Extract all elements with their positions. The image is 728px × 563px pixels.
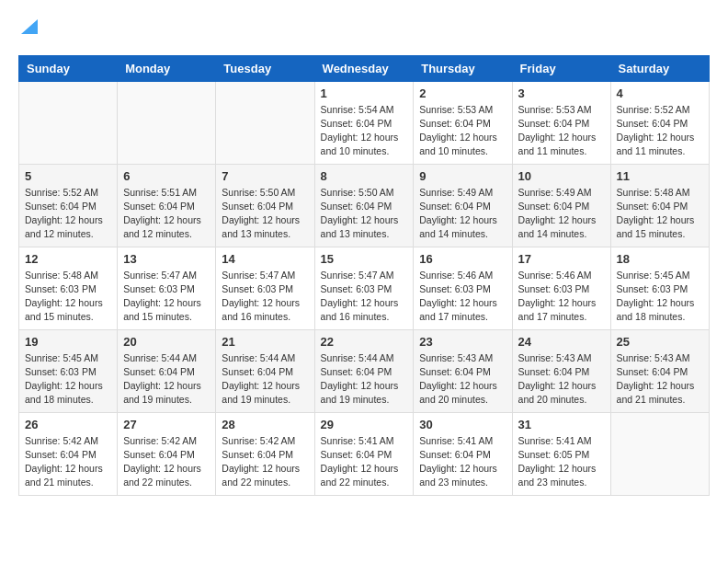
calendar-cell: 28Sunrise: 5:42 AM Sunset: 6:04 PM Dayli… <box>216 412 314 495</box>
day-number: 22 <box>321 335 408 349</box>
day-info: Sunrise: 5:47 AM Sunset: 6:03 PM Dayligh… <box>222 269 308 325</box>
day-info: Sunrise: 5:45 AM Sunset: 6:03 PM Dayligh… <box>25 351 111 408</box>
calendar-cell <box>610 412 709 495</box>
page-header <box>18 18 710 40</box>
calendar-cell: 16Sunrise: 5:46 AM Sunset: 6:03 PM Dayli… <box>414 247 512 329</box>
day-info: Sunrise: 5:52 AM Sunset: 6:04 PM Dayligh… <box>25 186 111 242</box>
day-number: 31 <box>518 418 605 431</box>
day-info: Sunrise: 5:46 AM Sunset: 6:03 PM Dayligh… <box>518 269 605 325</box>
week-row-1: 1Sunrise: 5:54 AM Sunset: 6:04 PM Daylig… <box>19 81 710 164</box>
day-number: 2 <box>419 86 506 100</box>
day-number: 9 <box>419 169 506 183</box>
day-info: Sunrise: 5:44 AM Sunset: 6:04 PM Dayligh… <box>123 351 210 408</box>
day-info: Sunrise: 5:43 AM Sunset: 6:04 PM Dayligh… <box>617 351 703 408</box>
day-info: Sunrise: 5:53 AM Sunset: 6:04 PM Dayligh… <box>419 103 506 159</box>
calendar-cell <box>216 81 314 164</box>
calendar-cell: 17Sunrise: 5:46 AM Sunset: 6:03 PM Dayli… <box>512 247 610 329</box>
day-info: Sunrise: 5:49 AM Sunset: 6:04 PM Dayligh… <box>419 186 506 242</box>
calendar-cell: 11Sunrise: 5:48 AM Sunset: 6:04 PM Dayli… <box>610 164 709 247</box>
calendar-cell: 31Sunrise: 5:41 AM Sunset: 6:05 PM Dayli… <box>512 412 610 495</box>
weekday-header-friday: Friday <box>512 55 610 81</box>
day-info: Sunrise: 5:52 AM Sunset: 6:04 PM Dayligh… <box>617 103 703 159</box>
calendar-cell: 20Sunrise: 5:44 AM Sunset: 6:04 PM Dayli… <box>118 329 216 412</box>
calendar-cell: 2Sunrise: 5:53 AM Sunset: 6:04 PM Daylig… <box>414 81 512 164</box>
calendar-cell: 5Sunrise: 5:52 AM Sunset: 6:04 PM Daylig… <box>19 164 118 247</box>
day-number: 11 <box>617 169 703 183</box>
day-number: 15 <box>321 252 408 266</box>
day-number: 19 <box>25 335 111 349</box>
day-info: Sunrise: 5:51 AM Sunset: 6:04 PM Dayligh… <box>123 186 210 242</box>
day-number: 10 <box>518 169 605 183</box>
calendar-cell: 25Sunrise: 5:43 AM Sunset: 6:04 PM Dayli… <box>610 329 709 412</box>
day-number: 28 <box>222 418 308 431</box>
day-number: 20 <box>123 335 210 349</box>
day-info: Sunrise: 5:41 AM Sunset: 6:04 PM Dayligh… <box>419 434 506 490</box>
day-number: 13 <box>123 252 210 266</box>
weekday-header-sunday: Sunday <box>19 55 118 81</box>
calendar-cell: 19Sunrise: 5:45 AM Sunset: 6:03 PM Dayli… <box>19 329 118 412</box>
calendar-cell: 15Sunrise: 5:47 AM Sunset: 6:03 PM Dayli… <box>314 247 414 329</box>
day-number: 8 <box>321 169 408 183</box>
day-number: 26 <box>25 418 111 431</box>
day-number: 24 <box>518 335 605 349</box>
calendar-cell: 1Sunrise: 5:54 AM Sunset: 6:04 PM Daylig… <box>314 81 414 164</box>
day-info: Sunrise: 5:50 AM Sunset: 6:04 PM Dayligh… <box>321 186 408 242</box>
calendar-cell: 14Sunrise: 5:47 AM Sunset: 6:03 PM Dayli… <box>216 247 314 329</box>
day-info: Sunrise: 5:44 AM Sunset: 6:04 PM Dayligh… <box>222 351 308 408</box>
calendar-cell: 23Sunrise: 5:43 AM Sunset: 6:04 PM Dayli… <box>414 329 512 412</box>
day-number: 16 <box>419 252 506 266</box>
day-number: 4 <box>617 86 703 100</box>
calendar-cell: 10Sunrise: 5:49 AM Sunset: 6:04 PM Dayli… <box>512 164 610 247</box>
day-info: Sunrise: 5:53 AM Sunset: 6:04 PM Dayligh… <box>518 103 605 159</box>
day-info: Sunrise: 5:54 AM Sunset: 6:04 PM Dayligh… <box>321 103 408 159</box>
calendar-cell: 7Sunrise: 5:50 AM Sunset: 6:04 PM Daylig… <box>216 164 314 247</box>
calendar-cell: 22Sunrise: 5:44 AM Sunset: 6:04 PM Dayli… <box>314 329 414 412</box>
day-info: Sunrise: 5:41 AM Sunset: 6:04 PM Dayligh… <box>321 434 408 490</box>
day-info: Sunrise: 5:44 AM Sunset: 6:04 PM Dayligh… <box>321 351 408 408</box>
calendar-cell: 9Sunrise: 5:49 AM Sunset: 6:04 PM Daylig… <box>414 164 512 247</box>
calendar-cell: 30Sunrise: 5:41 AM Sunset: 6:04 PM Dayli… <box>414 412 512 495</box>
day-info: Sunrise: 5:45 AM Sunset: 6:03 PM Dayligh… <box>617 269 703 325</box>
calendar-table: SundayMondayTuesdayWednesdayThursdayFrid… <box>18 55 710 496</box>
calendar-cell: 3Sunrise: 5:53 AM Sunset: 6:04 PM Daylig… <box>512 81 610 164</box>
weekday-header-thursday: Thursday <box>414 55 512 81</box>
weekday-header-wednesday: Wednesday <box>314 55 414 81</box>
day-number: 23 <box>419 335 506 349</box>
day-number: 17 <box>518 252 605 266</box>
day-info: Sunrise: 5:50 AM Sunset: 6:04 PM Dayligh… <box>222 186 308 242</box>
day-info: Sunrise: 5:43 AM Sunset: 6:04 PM Dayligh… <box>518 351 605 408</box>
day-info: Sunrise: 5:41 AM Sunset: 6:05 PM Dayligh… <box>518 434 605 490</box>
day-info: Sunrise: 5:49 AM Sunset: 6:04 PM Dayligh… <box>518 186 605 242</box>
day-info: Sunrise: 5:42 AM Sunset: 6:04 PM Dayligh… <box>25 434 111 490</box>
day-number: 5 <box>25 169 111 183</box>
weekday-header-saturday: Saturday <box>610 55 709 81</box>
day-number: 30 <box>419 418 506 431</box>
weekday-header-tuesday: Tuesday <box>216 55 314 81</box>
day-number: 7 <box>222 169 308 183</box>
day-info: Sunrise: 5:47 AM Sunset: 6:03 PM Dayligh… <box>321 269 408 325</box>
week-row-4: 19Sunrise: 5:45 AM Sunset: 6:03 PM Dayli… <box>19 329 710 412</box>
calendar-cell: 13Sunrise: 5:47 AM Sunset: 6:03 PM Dayli… <box>118 247 216 329</box>
calendar-cell <box>19 81 118 164</box>
week-row-5: 26Sunrise: 5:42 AM Sunset: 6:04 PM Dayli… <box>19 412 710 495</box>
calendar-cell: 26Sunrise: 5:42 AM Sunset: 6:04 PM Dayli… <box>19 412 118 495</box>
calendar-cell: 24Sunrise: 5:43 AM Sunset: 6:04 PM Dayli… <box>512 329 610 412</box>
day-info: Sunrise: 5:46 AM Sunset: 6:03 PM Dayligh… <box>419 269 506 325</box>
weekday-header-monday: Monday <box>118 55 216 81</box>
calendar-cell: 29Sunrise: 5:41 AM Sunset: 6:04 PM Dayli… <box>314 412 414 495</box>
day-info: Sunrise: 5:47 AM Sunset: 6:03 PM Dayligh… <box>123 269 210 325</box>
calendar-cell: 6Sunrise: 5:51 AM Sunset: 6:04 PM Daylig… <box>118 164 216 247</box>
day-info: Sunrise: 5:48 AM Sunset: 6:03 PM Dayligh… <box>25 269 111 325</box>
calendar-cell <box>118 81 216 164</box>
day-info: Sunrise: 5:42 AM Sunset: 6:04 PM Dayligh… <box>123 434 210 490</box>
calendar-cell: 12Sunrise: 5:48 AM Sunset: 6:03 PM Dayli… <box>19 247 118 329</box>
week-row-2: 5Sunrise: 5:52 AM Sunset: 6:04 PM Daylig… <box>19 164 710 247</box>
day-number: 21 <box>222 335 308 349</box>
day-info: Sunrise: 5:42 AM Sunset: 6:04 PM Dayligh… <box>222 434 308 490</box>
day-number: 3 <box>518 86 605 100</box>
day-info: Sunrise: 5:43 AM Sunset: 6:04 PM Dayligh… <box>419 351 506 408</box>
calendar-cell: 8Sunrise: 5:50 AM Sunset: 6:04 PM Daylig… <box>314 164 414 247</box>
day-number: 6 <box>123 169 210 183</box>
calendar-cell: 21Sunrise: 5:44 AM Sunset: 6:04 PM Dayli… <box>216 329 314 412</box>
calendar-cell: 18Sunrise: 5:45 AM Sunset: 6:03 PM Dayli… <box>610 247 709 329</box>
